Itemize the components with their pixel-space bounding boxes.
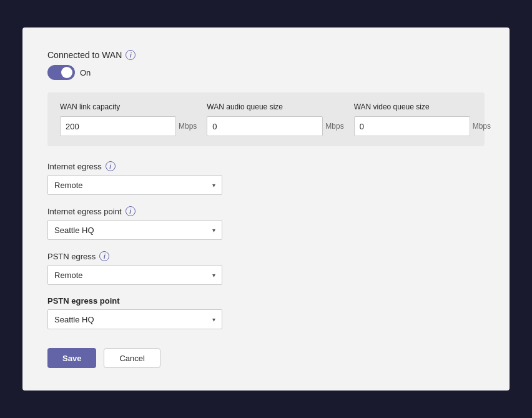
pstn-egress-value: Remote bbox=[54, 271, 83, 280]
wan-link-capacity-unit: Mbps bbox=[179, 122, 197, 131]
toggle-label: On bbox=[80, 68, 91, 77]
internet-egress-point-label-row: Internet egress point i bbox=[47, 206, 485, 216]
wan-audio-queue-field: WAN audio queue size Mbps bbox=[207, 102, 343, 136]
internet-egress-point-label: Internet egress point bbox=[47, 207, 122, 216]
internet-egress-value: Remote bbox=[54, 181, 83, 190]
internet-egress-chevron-icon: ▾ bbox=[212, 182, 215, 189]
wan-settings-box: WAN link capacity Mbps WAN audio queue s… bbox=[47, 92, 485, 146]
wan-link-capacity-input-row: Mbps bbox=[60, 116, 197, 136]
wan-audio-queue-label: WAN audio queue size bbox=[207, 102, 343, 111]
wan-video-queue-input-row: Mbps bbox=[354, 116, 491, 136]
wan-link-capacity-input[interactable] bbox=[60, 116, 176, 136]
wan-link-capacity-label: WAN link capacity bbox=[60, 102, 197, 111]
wan-audio-queue-input-row: Mbps bbox=[207, 116, 343, 136]
pstn-egress-point-value: Seattle HQ bbox=[54, 315, 94, 324]
pstn-egress-point-section: PSTN egress point Seattle HQ ▾ bbox=[47, 296, 485, 329]
connected-wan-info-icon[interactable]: i bbox=[126, 50, 135, 60]
toggle-row: On bbox=[47, 65, 485, 80]
wan-toggle[interactable] bbox=[47, 65, 75, 80]
internet-egress-label-row: Internet egress i bbox=[47, 161, 485, 171]
internet-egress-point-dropdown[interactable]: Seattle HQ ▾ bbox=[47, 220, 222, 240]
wan-link-capacity-field: WAN link capacity Mbps bbox=[60, 102, 197, 136]
wan-audio-queue-unit: Mbps bbox=[325, 122, 343, 131]
pstn-egress-section: PSTN egress i Remote ▾ bbox=[47, 251, 485, 285]
internet-egress-info-icon[interactable]: i bbox=[106, 161, 116, 171]
connected-wan-label: Connected to WAN bbox=[47, 50, 122, 60]
internet-egress-label: Internet egress bbox=[47, 162, 102, 171]
internet-egress-section: Internet egress i Remote ▾ bbox=[47, 161, 485, 195]
pstn-egress-chevron-icon: ▾ bbox=[212, 272, 215, 279]
pstn-egress-label-row: PSTN egress i bbox=[47, 251, 485, 261]
save-button[interactable]: Save bbox=[47, 348, 96, 368]
wan-video-queue-unit: Mbps bbox=[473, 122, 491, 131]
pstn-egress-label: PSTN egress bbox=[47, 252, 96, 261]
pstn-egress-info-icon[interactable]: i bbox=[99, 251, 109, 261]
wan-fields-row: WAN link capacity Mbps WAN audio queue s… bbox=[60, 102, 472, 136]
internet-egress-point-chevron-icon: ▾ bbox=[212, 227, 215, 234]
pstn-egress-point-dropdown[interactable]: Seattle HQ ▾ bbox=[47, 309, 222, 329]
connected-wan-header: Connected to WAN i bbox=[47, 50, 485, 60]
internet-egress-dropdown[interactable]: Remote ▾ bbox=[47, 175, 222, 195]
internet-egress-point-info-icon[interactable]: i bbox=[126, 206, 135, 216]
internet-egress-point-value: Seattle HQ bbox=[54, 226, 94, 235]
cancel-button[interactable]: Cancel bbox=[104, 348, 160, 368]
wan-audio-queue-input[interactable] bbox=[207, 116, 323, 136]
toggle-knob bbox=[61, 67, 72, 78]
pstn-egress-point-chevron-icon: ▾ bbox=[212, 316, 215, 323]
wan-video-queue-label: WAN video queue size bbox=[354, 102, 491, 111]
internet-egress-point-section: Internet egress point i Seattle HQ ▾ bbox=[47, 206, 485, 240]
modal: Connected to WAN i On WAN link capacity … bbox=[22, 27, 510, 391]
wan-video-queue-input[interactable] bbox=[354, 116, 470, 136]
pstn-egress-point-label: PSTN egress point bbox=[47, 296, 120, 306]
button-row: Save Cancel bbox=[47, 348, 485, 368]
pstn-egress-point-label-row: PSTN egress point bbox=[47, 296, 485, 306]
wan-video-queue-field: WAN video queue size Mbps bbox=[354, 102, 491, 136]
pstn-egress-dropdown[interactable]: Remote ▾ bbox=[47, 265, 222, 285]
